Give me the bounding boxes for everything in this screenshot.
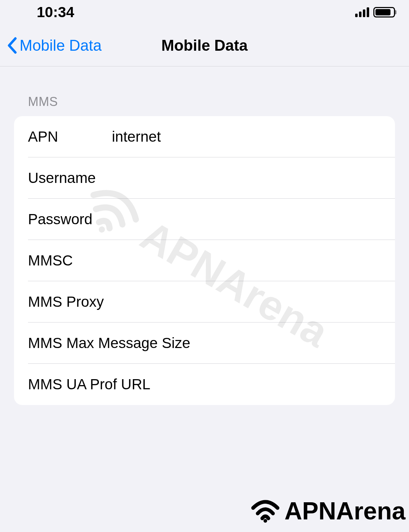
settings-row-mms-max-size[interactable]: MMS Max Message Size (14, 322, 395, 364)
watermark-text: APNArena (285, 497, 406, 525)
wifi-icon (250, 499, 281, 523)
row-label: MMS Proxy (28, 293, 112, 310)
row-label: Password (28, 211, 112, 228)
username-input[interactable] (112, 170, 381, 186)
mms-proxy-input[interactable] (112, 293, 381, 310)
row-label: MMS Max Message Size (28, 335, 190, 352)
back-button[interactable]: Mobile Data (7, 37, 102, 54)
watermark-bottom: APNArena (250, 497, 406, 525)
mms-ua-prof-input[interactable] (150, 376, 381, 393)
settings-row-mms-ua-prof[interactable]: MMS UA Prof URL (14, 364, 395, 405)
mms-max-size-input[interactable] (190, 335, 381, 352)
chevron-left-icon (7, 37, 17, 54)
settings-row-password[interactable]: Password (14, 199, 395, 240)
row-label: APN (28, 128, 112, 145)
mmsc-input[interactable] (112, 252, 381, 269)
row-label: MMS UA Prof URL (28, 376, 150, 393)
settings-row-username[interactable]: Username (14, 157, 395, 199)
settings-row-mms-proxy[interactable]: MMS Proxy (14, 281, 395, 322)
settings-row-mmsc[interactable]: MMSC (14, 240, 395, 281)
page-title: Mobile Data (162, 37, 248, 54)
cellular-signal-icon (355, 7, 369, 17)
status-time: 10:34 (37, 4, 74, 21)
battery-icon (373, 7, 395, 17)
back-label: Mobile Data (20, 37, 102, 54)
status-bar: 10:34 (0, 0, 409, 24)
settings-group-mms: APN Username Password MMSC MMS Proxy MMS… (14, 116, 395, 405)
status-indicators (355, 7, 395, 17)
password-input[interactable] (112, 211, 381, 228)
row-label: Username (28, 170, 112, 186)
apn-input[interactable] (112, 128, 381, 145)
content-area: MMS APN Username Password MMSC MMS Proxy (0, 66, 409, 405)
navigation-bar: Mobile Data Mobile Data (0, 24, 409, 66)
section-header-mms: MMS (14, 66, 395, 116)
svg-point-1 (264, 519, 267, 523)
row-label: MMSC (28, 252, 112, 269)
settings-row-apn[interactable]: APN (14, 116, 395, 157)
